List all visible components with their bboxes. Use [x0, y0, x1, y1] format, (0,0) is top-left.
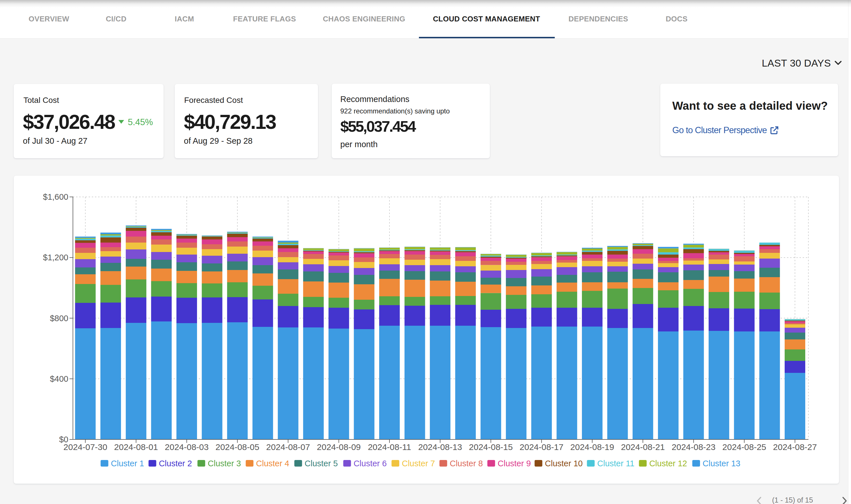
svg-text:2024-08-13: 2024-08-13 — [418, 442, 462, 452]
svg-text:Cluster 5: Cluster 5 — [305, 459, 338, 468]
svg-text:Cluster 9: Cluster 9 — [498, 459, 531, 468]
svg-text:Cluster 13: Cluster 13 — [702, 459, 740, 468]
svg-text:Cluster 2: Cluster 2 — [159, 459, 192, 468]
svg-text:2024-08-21: 2024-08-21 — [621, 442, 664, 452]
svg-text:2024-08-11: 2024-08-11 — [368, 442, 411, 452]
svg-text:Cluster 6: Cluster 6 — [353, 459, 387, 468]
svg-text:2024-08-19: 2024-08-19 — [570, 442, 614, 452]
svg-text:2024-08-15: 2024-08-15 — [469, 442, 513, 452]
svg-text:Cluster 8: Cluster 8 — [450, 459, 483, 468]
svg-text:2024-08-01: 2024-08-01 — [114, 442, 158, 452]
svg-text:2024-08-07: 2024-08-07 — [266, 442, 310, 452]
svg-text:2024-08-09: 2024-08-09 — [317, 442, 361, 452]
svg-text:$800: $800 — [50, 314, 68, 323]
svg-text:Cluster 1: Cluster 1 — [111, 459, 144, 468]
svg-text:2024-08-03: 2024-08-03 — [165, 442, 208, 452]
svg-text:2024-07-30: 2024-07-30 — [64, 442, 107, 452]
svg-text:2024-08-27: 2024-08-27 — [773, 442, 817, 452]
svg-text:Cluster 4: Cluster 4 — [256, 459, 289, 468]
svg-text:$400: $400 — [50, 374, 68, 383]
svg-text:2024-08-17: 2024-08-17 — [520, 442, 563, 452]
svg-text:Cluster 3: Cluster 3 — [208, 459, 241, 468]
svg-text:Cluster 7: Cluster 7 — [402, 459, 435, 468]
svg-text:Cluster 11: Cluster 11 — [597, 459, 635, 468]
svg-text:2024-08-25: 2024-08-25 — [722, 442, 766, 452]
svg-text:Cluster 10: Cluster 10 — [545, 459, 583, 468]
svg-text:Cluster 12: Cluster 12 — [649, 459, 687, 468]
svg-text:$1,200: $1,200 — [43, 253, 68, 262]
svg-text:2024-08-23: 2024-08-23 — [672, 442, 715, 452]
svg-text:$1,600: $1,600 — [43, 192, 68, 201]
svg-text:2024-08-05: 2024-08-05 — [215, 442, 259, 452]
